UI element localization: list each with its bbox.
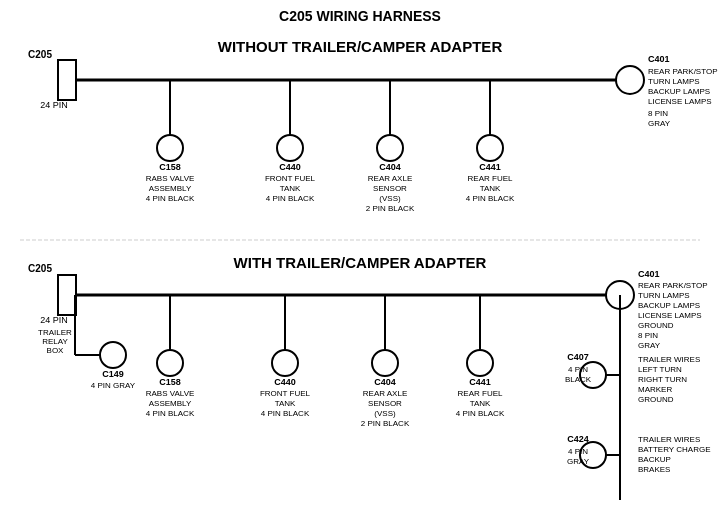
svg-text:SENSOR: SENSOR: [368, 399, 402, 408]
svg-text:4 PIN: 4 PIN: [568, 365, 588, 374]
svg-text:24 PIN: 24 PIN: [40, 315, 68, 325]
svg-text:WITHOUT  TRAILER/CAMPER  ADAPT: WITHOUT TRAILER/CAMPER ADAPTER: [218, 38, 503, 55]
svg-text:MARKER: MARKER: [638, 385, 672, 394]
svg-text:TURN LAMPS: TURN LAMPS: [638, 291, 690, 300]
svg-text:(VSS): (VSS): [374, 409, 396, 418]
svg-text:4 PIN BLACK: 4 PIN BLACK: [266, 194, 315, 203]
svg-text:GRAY: GRAY: [638, 341, 661, 350]
svg-text:2 PIN BLACK: 2 PIN BLACK: [361, 419, 410, 428]
svg-text:4 PIN BLACK: 4 PIN BLACK: [456, 409, 505, 418]
svg-text:BACKUP LAMPS: BACKUP LAMPS: [648, 87, 710, 96]
svg-text:8 PIN: 8 PIN: [648, 109, 668, 118]
svg-text:ASSEMBLY: ASSEMBLY: [149, 184, 192, 193]
svg-text:C158: C158: [159, 162, 181, 172]
svg-text:24 PIN: 24 PIN: [40, 100, 68, 110]
svg-text:C441: C441: [479, 162, 501, 172]
svg-text:C205: C205: [28, 49, 52, 60]
svg-text:C404: C404: [379, 162, 401, 172]
svg-text:C158: C158: [159, 377, 181, 387]
svg-text:RABS VALVE: RABS VALVE: [146, 389, 195, 398]
svg-text:TANK: TANK: [470, 399, 491, 408]
svg-text:C407: C407: [567, 352, 589, 362]
svg-point-20: [277, 135, 303, 161]
svg-text:BRAKES: BRAKES: [638, 465, 670, 474]
svg-text:C149: C149: [102, 369, 124, 379]
svg-text:GROUND: GROUND: [638, 321, 674, 330]
svg-text:RABS VALVE: RABS VALVE: [146, 174, 195, 183]
svg-text:BLACK: BLACK: [565, 375, 592, 384]
svg-point-49: [100, 342, 126, 368]
svg-text:BATTERY CHARGE: BATTERY CHARGE: [638, 445, 710, 454]
svg-text:GRAY: GRAY: [567, 457, 590, 466]
svg-point-82: [157, 350, 183, 376]
svg-text:FRONT FUEL: FRONT FUEL: [260, 389, 311, 398]
svg-text:LICENSE LAMPS: LICENSE LAMPS: [648, 97, 712, 106]
svg-text:BACKUP: BACKUP: [638, 455, 671, 464]
svg-text:REAR FUEL: REAR FUEL: [468, 174, 513, 183]
svg-text:BACKUP LAMPS: BACKUP LAMPS: [638, 301, 700, 310]
svg-rect-41: [58, 275, 76, 315]
svg-text:REAR PARK/STOP: REAR PARK/STOP: [648, 67, 718, 76]
svg-text:C441: C441: [469, 377, 491, 387]
svg-text:4 PIN BLACK: 4 PIN BLACK: [466, 194, 515, 203]
diagram-container: C205 WIRING HARNESS WITHOUT TRAILER/CAMP…: [0, 0, 720, 517]
svg-text:8 PIN: 8 PIN: [638, 331, 658, 340]
svg-text:TRAILER WIRES: TRAILER WIRES: [638, 355, 700, 364]
svg-text:ASSEMBLY: ASSEMBLY: [149, 399, 192, 408]
svg-text:TANK: TANK: [275, 399, 296, 408]
svg-text:GROUND: GROUND: [638, 395, 674, 404]
svg-text:TANK: TANK: [280, 184, 301, 193]
svg-text:WITH  TRAILER/CAMPER  ADAPTER: WITH TRAILER/CAMPER ADAPTER: [234, 254, 487, 271]
svg-text:TURN LAMPS: TURN LAMPS: [648, 77, 700, 86]
svg-text:C205: C205: [28, 263, 52, 274]
svg-text:4 PIN: 4 PIN: [568, 447, 588, 456]
svg-text:(VSS): (VSS): [379, 194, 401, 203]
svg-point-26: [377, 135, 403, 161]
svg-text:4 PIN BLACK: 4 PIN BLACK: [146, 194, 195, 203]
svg-text:LEFT TURN: LEFT TURN: [638, 365, 682, 374]
svg-text:TANK: TANK: [480, 184, 501, 193]
svg-text:SENSOR: SENSOR: [373, 184, 407, 193]
svg-text:C404: C404: [374, 377, 396, 387]
svg-point-94: [372, 350, 398, 376]
svg-text:BOX: BOX: [47, 346, 65, 355]
svg-point-5: [616, 66, 644, 94]
svg-text:FRONT FUEL: FRONT FUEL: [265, 174, 316, 183]
svg-text:C401: C401: [648, 54, 670, 64]
svg-text:REAR AXLE: REAR AXLE: [363, 389, 407, 398]
svg-point-33: [477, 135, 503, 161]
svg-text:TRAILER: TRAILER: [38, 328, 72, 337]
svg-text:4 PIN BLACK: 4 PIN BLACK: [146, 409, 195, 418]
svg-text:RELAY: RELAY: [42, 337, 68, 346]
svg-point-14: [157, 135, 183, 161]
svg-point-88: [272, 350, 298, 376]
svg-text:GRAY: GRAY: [648, 119, 671, 128]
svg-text:REAR PARK/STOP: REAR PARK/STOP: [638, 281, 708, 290]
svg-text:C440: C440: [279, 162, 301, 172]
svg-rect-2: [58, 60, 76, 100]
svg-text:4 PIN GRAY: 4 PIN GRAY: [91, 381, 136, 390]
svg-text:REAR FUEL: REAR FUEL: [458, 389, 503, 398]
svg-text:TRAILER WIRES: TRAILER WIRES: [638, 435, 700, 444]
svg-text:RIGHT TURN: RIGHT TURN: [638, 375, 687, 384]
svg-point-101: [467, 350, 493, 376]
svg-text:C440: C440: [274, 377, 296, 387]
svg-text:C424: C424: [567, 434, 589, 444]
svg-text:2 PIN BLACK: 2 PIN BLACK: [366, 204, 415, 213]
svg-text:REAR AXLE: REAR AXLE: [368, 174, 412, 183]
svg-text:LICENSE LAMPS: LICENSE LAMPS: [638, 311, 702, 320]
svg-text:C401: C401: [638, 269, 660, 279]
svg-text:4 PIN BLACK: 4 PIN BLACK: [261, 409, 310, 418]
